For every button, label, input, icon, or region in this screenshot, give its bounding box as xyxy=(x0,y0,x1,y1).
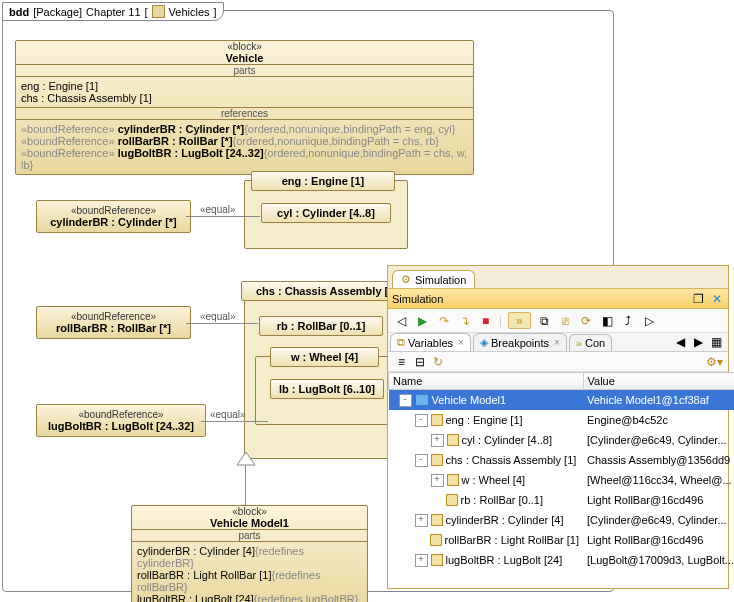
section-title-refs: references xyxy=(16,107,473,119)
table-row[interactable]: rollBarBR : Light RollBar [1]Light RollB… xyxy=(389,530,735,550)
tab-variables[interactable]: ⧉ Variables × xyxy=(390,333,471,351)
expand-icon[interactable]: + xyxy=(431,474,444,487)
part-rb[interactable]: rb : RollBar [0..1] xyxy=(259,316,383,336)
redef-line: lugBoltBR : LugBolt [24]{redefines lugBo… xyxy=(137,593,362,602)
link-icon[interactable]: ⟳ xyxy=(579,313,594,328)
var-name: lugBoltBR : LugBolt [24] xyxy=(446,554,563,566)
equal-label: «equal» xyxy=(210,409,246,420)
scroll-right-icon[interactable]: ▶ xyxy=(691,335,706,350)
tool-icon[interactable]: ⧉ xyxy=(537,313,552,328)
col-name[interactable]: Name xyxy=(389,373,584,390)
tool-icon[interactable]: ◧ xyxy=(600,313,615,328)
property-icon xyxy=(431,554,443,566)
play-icon[interactable]: ▶ xyxy=(415,313,430,328)
redef-line: cylinderBR : Cylinder [4]{redefines cyli… xyxy=(137,545,362,569)
expand-icon[interactable]: - xyxy=(415,414,428,427)
var-name: cylinderBR : Cylinder [4] xyxy=(446,514,564,526)
var-name: rb : RollBar [0..1] xyxy=(461,494,544,506)
expand-icon[interactable]: + xyxy=(415,514,428,527)
expand-icon[interactable]: + xyxy=(415,554,428,567)
table-row[interactable]: rb : RollBar [0..1]Light RollBar@16cd496 xyxy=(389,490,735,510)
diagram-scope: [Package] xyxy=(33,6,82,18)
composite-w: w : Wheel [4] lb : LugBolt [6..10] xyxy=(255,356,401,425)
table-row[interactable]: -chs : Chassis Assembly [1]Chassis Assem… xyxy=(389,450,735,470)
close-tab-icon[interactable]: × xyxy=(554,337,560,348)
parts-section: eng : Engine [1] chs : Chassis Assembly … xyxy=(16,76,473,107)
part-line: eng : Engine [1] xyxy=(21,80,468,92)
diagram-header: bdd [Package] Chapter 11 [ Vehicles] xyxy=(2,2,224,21)
part-eng[interactable]: eng : Engine [1] xyxy=(251,171,395,191)
table-row[interactable]: +cyl : Cylinder [4..8][Cylinder@e6c49, C… xyxy=(389,430,735,450)
inner-tabs: ⧉ Variables × ◈ Breakpoints × » Con ◀ ▶ … xyxy=(388,333,728,352)
ref-line: «boundReference» lugBoltBR : LugBolt [24… xyxy=(21,147,468,171)
table-row[interactable]: -eng : Engine [1]Engine@b4c52c xyxy=(389,410,735,430)
var-value: Engine@b4c52c xyxy=(583,410,734,430)
next-icon[interactable]: ▷ xyxy=(642,313,657,328)
export-icon[interactable]: ⤴ xyxy=(621,313,636,328)
table-row[interactable]: +lugBoltBR : LugBolt [24][LugBolt@17009d… xyxy=(389,550,735,570)
stereotype: «block» xyxy=(16,41,473,52)
var-value: Chassis Assembly@1356dd9 xyxy=(583,450,734,470)
part-w[interactable]: w : Wheel [4] xyxy=(270,347,379,367)
panel-titlebar: Simulation ❐ ✕ xyxy=(388,288,728,309)
equal-label: «equal» xyxy=(200,204,236,215)
tool-icon[interactable]: ≡ xyxy=(394,354,409,369)
var-name: chs : Chassis Assembly [1] xyxy=(446,454,577,466)
var-name: eng : Engine [1] xyxy=(446,414,523,426)
gear-icon[interactable]: ⚙▾ xyxy=(707,354,722,369)
table-row[interactable]: -Vehicle Model1Vehicle Model1@1cf38af xyxy=(389,390,735,411)
refresh-icon[interactable]: ↻ xyxy=(430,354,445,369)
bound-ref-rb[interactable]: «boundReference» rollBarBR : RollBar [*] xyxy=(36,306,191,339)
var-name: cyl : Cylinder [4..8] xyxy=(462,434,552,446)
expand-icon[interactable]: - xyxy=(415,454,428,467)
panel-title: Simulation xyxy=(392,293,443,305)
tab-console[interactable]: » Con xyxy=(569,334,612,351)
block-title: Vehicle xyxy=(16,52,473,64)
diagram-chapter: Chapter 11 xyxy=(86,6,140,18)
table-row[interactable]: +w : Wheel [4][Wheel@116cc34, Wheel@... xyxy=(389,470,735,490)
tab-simulation[interactable]: ⚙ Simulation xyxy=(392,270,475,288)
object-icon xyxy=(415,394,429,406)
step-over-icon[interactable]: ↷ xyxy=(436,313,451,328)
part-cyl[interactable]: cyl : Cylinder [4..8] xyxy=(261,203,391,223)
part-lb[interactable]: lb : LugBolt [6..10] xyxy=(270,379,384,399)
maximize-icon[interactable]: ❐ xyxy=(691,291,706,306)
block-vehicle[interactable]: «block» Vehicle parts eng : Engine [1] c… xyxy=(15,40,474,175)
step-into-icon[interactable]: ↴ xyxy=(457,313,472,328)
equal-label: «equal» xyxy=(200,311,236,322)
expand-icon[interactable]: + xyxy=(431,434,444,447)
bound-ref-lb[interactable]: «boundReference» lugBoltBR : LugBolt [24… xyxy=(36,404,206,437)
bound-ref-cyl[interactable]: «boundReference» cylinderBR : Cylinder [… xyxy=(36,200,191,233)
tool-icon[interactable]: ⎚ xyxy=(558,313,573,328)
tab-list-icon[interactable]: ▦ xyxy=(709,335,724,350)
anim-run-icon[interactable]: » xyxy=(508,312,531,329)
prev-icon[interactable]: ◁ xyxy=(394,313,409,328)
variables-table[interactable]: Name Value -Vehicle Model1Vehicle Model1… xyxy=(388,372,734,570)
simulation-panel[interactable]: ⚙ Simulation Simulation ❐ ✕ ◁ ▶ ↷ ↴ ■ | … xyxy=(387,265,729,589)
package-icon xyxy=(152,5,165,18)
var-name: w : Wheel [4] xyxy=(462,474,526,486)
gear-icon: ⚙ xyxy=(401,273,411,286)
tool-icon[interactable]: ⊟ xyxy=(412,354,427,369)
scroll-left-icon[interactable]: ◀ xyxy=(673,335,688,350)
var-value: Light RollBar@16cd496 xyxy=(583,490,734,510)
run-toolbar: ◁ ▶ ↷ ↴ ■ | » ⧉ ⎚ ⟳ ◧ ⤴ ▷ xyxy=(388,309,728,333)
diagram-type: bdd xyxy=(9,6,29,18)
tab-breakpoints[interactable]: ◈ Breakpoints × xyxy=(473,333,567,351)
close-icon[interactable]: ✕ xyxy=(709,291,724,306)
table-row[interactable]: +cylinderBR : Cylinder [4][Cylinder@e6c4… xyxy=(389,510,735,530)
var-value: [LugBolt@17009d3, LugBolt... xyxy=(583,550,734,570)
vars-icon: ⧉ xyxy=(397,336,405,349)
var-name: rollBarBR : Light RollBar [1] xyxy=(445,534,580,546)
stop-icon[interactable]: ■ xyxy=(478,313,493,328)
var-name: Vehicle Model1 xyxy=(432,394,507,406)
var-value: Light RollBar@16cd496 xyxy=(583,530,734,550)
block-vehicle-model1[interactable]: «block» Vehicle Model1 parts cylinderBR … xyxy=(131,505,368,602)
close-tab-icon[interactable]: × xyxy=(458,337,464,348)
var-value: Vehicle Model1@1cf38af xyxy=(583,390,734,411)
redef-line: rollBarBR : Light RollBar [1]{redefines … xyxy=(137,569,362,593)
expand-icon[interactable]: - xyxy=(399,394,412,407)
property-icon xyxy=(447,434,459,446)
col-value[interactable]: Value xyxy=(583,373,734,390)
diagram-subject: Vehicles xyxy=(169,6,210,18)
